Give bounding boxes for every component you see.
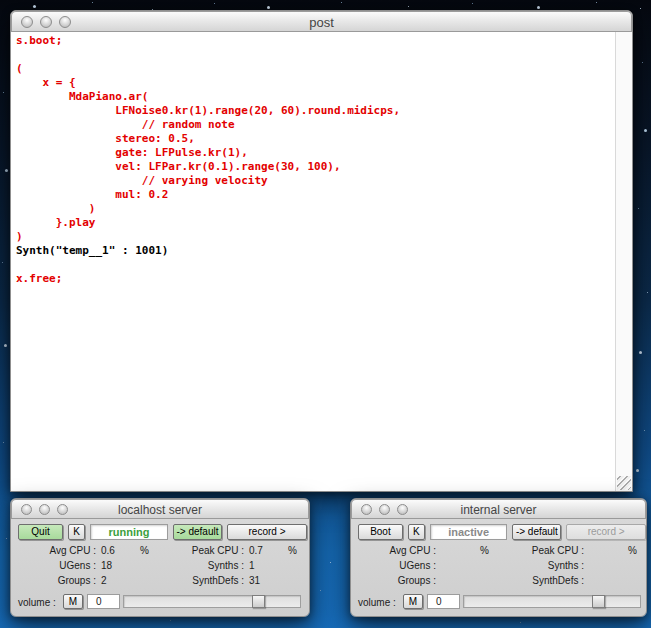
volume-slider-thumb[interactable] <box>252 595 265 608</box>
record-button[interactable]: record > <box>566 524 646 540</box>
groups-label: Groups : <box>11 575 96 590</box>
localhost-volume-row: volume : M 0 <box>11 594 309 610</box>
code-block: s.boot; ( x = { MdaPiano.ar( LFNoise0.kr… <box>16 34 612 286</box>
avg-cpu-percent: % <box>138 545 156 560</box>
quit-button[interactable]: Quit <box>18 524 63 540</box>
internal-volume-row: volume : M 0 <box>351 594 646 610</box>
volume-slider-thumb[interactable] <box>592 595 605 608</box>
code-line: // varying velocity <box>16 174 612 188</box>
code-line: s.boot; <box>16 34 612 48</box>
code-line: MdaPiano.ar( <box>16 90 612 104</box>
make-default-button[interactable]: -> default <box>512 524 561 540</box>
kill-button[interactable]: K <box>408 524 425 540</box>
ugens-value: 18 <box>96 560 138 575</box>
synthdefs-value <box>584 575 626 590</box>
synthdefs-label: SynthDefs : <box>496 575 584 590</box>
spacer <box>478 560 496 575</box>
localhost-server-window: localhost server Quit K running -> defau… <box>10 498 310 617</box>
code-line: }.play <box>16 216 612 230</box>
code-line: vel: LFPar.kr(0.1).range(30, 100), <box>16 160 612 174</box>
code-line: mul: 0.2 <box>16 188 612 202</box>
spacer <box>478 575 496 590</box>
ugens-label: UGens : <box>351 560 436 575</box>
boot-button[interactable]: Boot <box>358 524 403 540</box>
avg-cpu-label: Avg CPU : <box>11 545 96 560</box>
groups-label: Groups : <box>351 575 436 590</box>
peak-cpu-value: 0.7 <box>244 545 286 560</box>
spacer <box>286 560 307 575</box>
internal-window-title: internal server <box>352 503 645 517</box>
resize-grip[interactable] <box>617 476 631 490</box>
avg-cpu-percent: % <box>478 545 496 560</box>
localhost-stats: Avg CPU : 0.6 % Peak CPU : 0.7 % UGens :… <box>11 545 307 590</box>
spacer <box>138 560 156 575</box>
code-line: gate: LFPulse.kr(1), <box>16 146 612 160</box>
post-window-title: post <box>12 15 631 30</box>
synths-value: 1 <box>244 560 286 575</box>
server-status: running <box>90 524 168 540</box>
desktop: post s.boot; ( x = { MdaPiano.ar( LFNois… <box>0 0 651 628</box>
server-status: inactive <box>430 524 508 540</box>
post-window: post s.boot; ( x = { MdaPiano.ar( LFNois… <box>10 10 633 492</box>
volume-number-box[interactable]: 0 <box>87 594 120 609</box>
code-line: x.free; <box>16 272 612 286</box>
spacer <box>626 575 647 590</box>
code-line: ( <box>16 62 612 76</box>
peak-cpu-label: Peak CPU : <box>156 545 244 560</box>
internal-server-window: internal server Boot K inactive -> defau… <box>350 498 647 617</box>
synths-value <box>584 560 626 575</box>
post-text-area[interactable]: s.boot; ( x = { MdaPiano.ar( LFNoise0.kr… <box>11 32 632 491</box>
volume-label: volume : <box>358 597 396 608</box>
code-line: x = { <box>16 76 612 90</box>
mute-button[interactable]: M <box>63 594 83 609</box>
code-line: ) <box>16 202 612 216</box>
peak-cpu-value <box>584 545 626 560</box>
code-line <box>16 48 612 62</box>
mute-button[interactable]: M <box>403 594 423 609</box>
volume-label: volume : <box>18 597 56 608</box>
avg-cpu-value <box>436 545 478 560</box>
synthdefs-value: 31 <box>244 575 286 590</box>
internal-stats: Avg CPU : % Peak CPU : % UGens : Synths … <box>351 545 647 590</box>
ugens-label: UGens : <box>11 560 96 575</box>
avg-cpu-label: Avg CPU : <box>351 545 436 560</box>
localhost-titlebar[interactable]: localhost server <box>11 499 309 519</box>
localhost-window-title: localhost server <box>12 503 308 517</box>
make-default-button[interactable]: -> default <box>173 524 222 540</box>
code-line <box>16 258 612 272</box>
avg-cpu-value: 0.6 <box>96 545 138 560</box>
localhost-button-row: Quit K running -> default record > <box>11 524 309 540</box>
code-line: // random note <box>16 118 612 132</box>
peak-cpu-percent: % <box>286 545 307 560</box>
groups-value: 2 <box>96 575 138 590</box>
desktop-stars <box>0 0 1 1</box>
internal-titlebar[interactable]: internal server <box>351 499 646 519</box>
kill-button[interactable]: K <box>68 524 85 540</box>
spacer <box>626 560 647 575</box>
ugens-value <box>436 560 478 575</box>
groups-value <box>436 575 478 590</box>
synths-label: Synths : <box>156 560 244 575</box>
peak-cpu-label: Peak CPU : <box>496 545 584 560</box>
code-line: stereo: 0.5, <box>16 132 612 146</box>
volume-slider[interactable] <box>463 595 641 608</box>
spacer <box>286 575 307 590</box>
synthdefs-label: SynthDefs : <box>156 575 244 590</box>
vertical-scrollbar[interactable] <box>615 32 632 491</box>
record-button[interactable]: record > <box>227 524 307 540</box>
internal-button-row: Boot K inactive -> default record > <box>351 524 646 540</box>
code-line: LFNoise0.kr(1).range(20, 60).round.midic… <box>16 104 612 118</box>
volume-slider[interactable] <box>123 595 301 608</box>
post-window-titlebar[interactable]: post <box>11 11 632 32</box>
code-line-result: Synth("temp__1" : 1001) <box>16 244 612 258</box>
spacer <box>138 575 156 590</box>
peak-cpu-percent: % <box>626 545 647 560</box>
synths-label: Synths : <box>496 560 584 575</box>
code-line: ) <box>16 230 612 244</box>
volume-number-box[interactable]: 0 <box>427 594 460 609</box>
